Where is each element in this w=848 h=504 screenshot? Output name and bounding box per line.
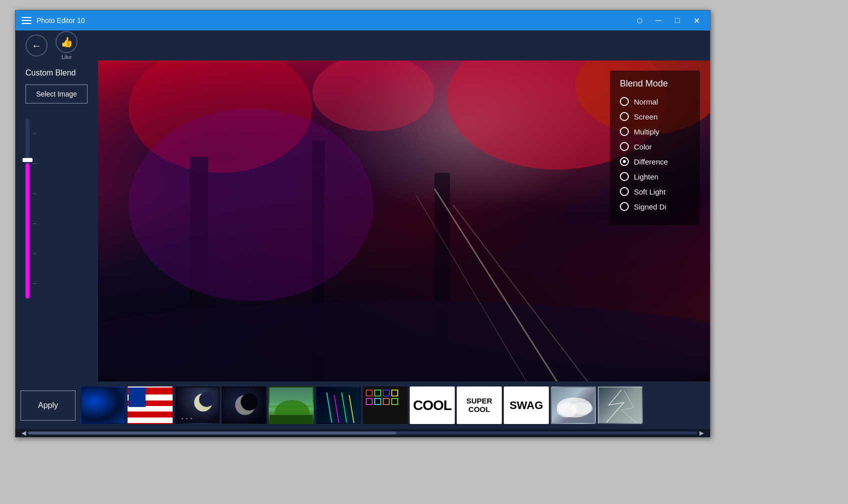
apply-button[interactable]: Apply — [21, 390, 76, 420]
minimize-button[interactable]: ─ — [651, 13, 666, 28]
svg-point-16 — [241, 394, 258, 410]
editor-area: Custom Blend Select Image — [16, 60, 710, 382]
filmstrip-scrollbar: ◀ ▶ — [16, 429, 710, 437]
film-item-green[interactable] — [269, 386, 314, 424]
svg-rect-19 — [270, 415, 313, 423]
film-item-blue-bokeh[interactable] — [81, 386, 126, 424]
blend-mode-panel: Blend Mode Normal Screen Multiply — [610, 70, 700, 225]
filmstrip: ✦ ✦ ✦ — [81, 386, 710, 424]
svg-rect-26 — [383, 390, 389, 396]
blend-option-screen[interactable]: Screen — [620, 112, 690, 121]
svg-rect-31 — [392, 398, 398, 404]
filmstrip-bar: Apply ✦ ✦ ✦ — [16, 382, 710, 429]
radio-color[interactable] — [620, 142, 629, 151]
blend-option-multiply[interactable]: Multiply — [620, 127, 690, 136]
blend-option-softlight[interactable]: Soft Light — [620, 187, 690, 196]
radio-multiply[interactable] — [620, 127, 629, 136]
svg-point-7 — [98, 302, 710, 382]
radio-lighten[interactable] — [620, 172, 629, 181]
blend-option-color[interactable]: Color — [620, 142, 690, 151]
app-content: ← 👍 Like Custom Blend Select Image — [16, 30, 710, 437]
blend-label-difference: Difference — [634, 158, 668, 166]
slider-track[interactable] — [26, 118, 30, 298]
blend-label-softlight: Soft Light — [634, 188, 665, 196]
blend-option-lighten[interactable]: Lighten — [620, 172, 690, 181]
svg-point-34 — [571, 402, 593, 414]
film-item-swag[interactable]: SWAG — [504, 386, 549, 424]
hamburger-menu-icon[interactable] — [22, 17, 32, 24]
svg-rect-28 — [366, 398, 372, 404]
custom-blend-title: Custom Blend — [26, 68, 76, 78]
svg-rect-25 — [375, 390, 381, 396]
scroll-track[interactable] — [28, 432, 697, 434]
radio-difference[interactable] — [620, 157, 629, 166]
window-controls: ⬡ ─ □ ✕ — [632, 13, 704, 28]
svg-text:✦ ✦ ✦: ✦ ✦ ✦ — [181, 416, 193, 421]
like-button[interactable]: 👍 — [56, 31, 78, 53]
radio-signeddi[interactable] — [620, 202, 629, 211]
swag-text: SWAG — [509, 399, 543, 412]
svg-line-23 — [349, 395, 354, 423]
slider-ticks — [33, 118, 37, 298]
svg-line-21 — [334, 395, 339, 423]
svg-line-20 — [327, 392, 332, 422]
left-sidebar: Custom Blend Select Image — [16, 60, 98, 382]
restore-icon-btn[interactable]: ⬡ — [632, 13, 647, 28]
film-item-neon[interactable] — [316, 386, 361, 424]
film-item-cool[interactable]: COOL — [410, 386, 455, 424]
film-item-clouds[interactable] — [551, 386, 596, 424]
svg-rect-27 — [392, 390, 398, 396]
app-title: Photo Editor 10 — [37, 16, 632, 24]
film-item-flag[interactable] — [128, 386, 173, 424]
radio-normal[interactable] — [620, 97, 629, 106]
film-item-moon1[interactable]: ✦ ✦ ✦ — [175, 386, 220, 424]
radio-screen[interactable] — [620, 112, 629, 121]
supercool-text: SUPERCOOL — [466, 397, 492, 414]
film-item-supercool[interactable]: SUPERCOOL — [457, 386, 502, 424]
svg-rect-30 — [383, 398, 389, 404]
toolbar: ← 👍 Like — [16, 30, 710, 60]
title-bar: Photo Editor 10 ⬡ ─ □ ✕ — [16, 10, 710, 30]
canvas-area: Blend Mode Normal Screen Multiply — [98, 60, 710, 382]
film-item-broken[interactable] — [598, 386, 643, 424]
blend-label-normal: Normal — [634, 98, 658, 106]
cool-text: COOL — [413, 398, 452, 414]
blend-option-signeddi[interactable]: Signed Di — [620, 202, 690, 211]
back-button[interactable]: ← — [26, 34, 48, 56]
select-image-button[interactable]: Select Image — [26, 84, 88, 104]
blend-option-normal[interactable]: Normal — [620, 97, 690, 106]
svg-rect-29 — [375, 398, 381, 404]
opacity-slider-container — [26, 114, 30, 374]
like-button-group: 👍 Like — [56, 31, 78, 60]
scroll-thumb[interactable] — [28, 432, 396, 434]
svg-point-3 — [312, 60, 435, 131]
like-label: Like — [62, 54, 72, 60]
svg-rect-24 — [366, 390, 372, 396]
slider-thumb[interactable] — [23, 158, 33, 162]
film-item-moon2[interactable] — [222, 386, 267, 424]
scroll-right-arrow[interactable]: ▶ — [697, 430, 706, 436]
blend-label-multiply: Multiply — [634, 128, 659, 136]
blend-option-difference[interactable]: Difference — [620, 157, 690, 166]
close-button[interactable]: ✕ — [689, 13, 704, 28]
radio-softlight[interactable] — [620, 187, 629, 196]
svg-line-22 — [342, 392, 347, 422]
blend-label-signeddi: Signed Di — [634, 202, 666, 211]
app-window: Photo Editor 10 ⬡ ─ □ ✕ ← 👍 Like Custom … — [15, 10, 710, 438]
svg-point-13 — [199, 392, 214, 407]
film-item-squares[interactable] — [363, 386, 408, 424]
svg-point-11 — [129, 108, 373, 301]
scroll-left-arrow[interactable]: ◀ — [20, 430, 28, 436]
blend-label-lighten: Lighten — [634, 172, 658, 181]
blend-label-screen: Screen — [634, 112, 658, 121]
maximize-button[interactable]: □ — [670, 13, 685, 28]
blend-mode-title: Blend Mode — [620, 78, 690, 89]
slider-fill — [26, 164, 30, 298]
blend-label-color: Color — [634, 142, 652, 151]
